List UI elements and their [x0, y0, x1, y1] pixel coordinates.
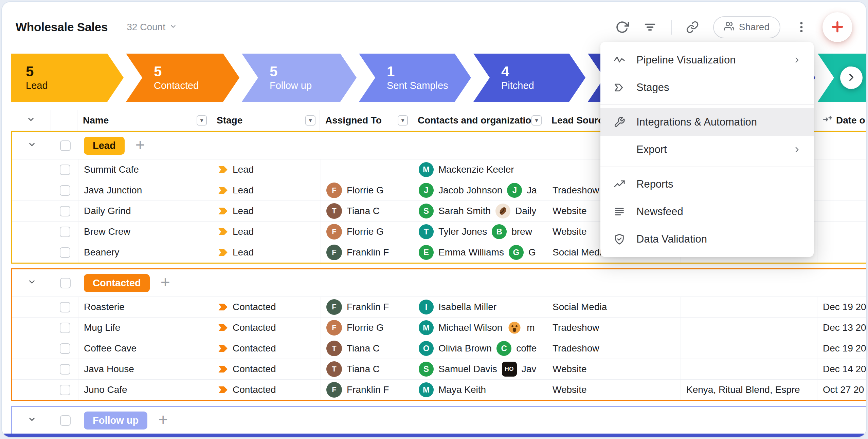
pipeline-stage[interactable]: 4Pitched [473, 54, 585, 102]
cell-stage[interactable]: Lead [212, 180, 321, 201]
more-options-button[interactable] [795, 20, 808, 34]
column-header-stage[interactable]: Stage ▾ [211, 110, 320, 131]
cell-products[interactable] [681, 359, 817, 379]
row-checkbox[interactable] [60, 323, 70, 333]
cell-products[interactable] [681, 318, 817, 338]
cell-lead-source[interactable]: Tradeshow [547, 318, 681, 338]
column-filter-icon[interactable]: ▾ [305, 115, 315, 126]
pipeline-stage[interactable]: 5Lead [11, 54, 124, 102]
cell-contacts[interactable]: IIsabella Miller [413, 297, 547, 317]
cell-date[interactable] [817, 180, 867, 201]
group-badge[interactable]: Follow up [84, 412, 147, 430]
cell-contacts[interactable]: TTyler JonesBbrew [413, 222, 547, 242]
cell-assigned-to[interactable]: FFranklin F [321, 297, 413, 317]
menu-item-reports[interactable]: Reports [600, 170, 814, 198]
menu-item-export[interactable]: Export [600, 136, 814, 163]
row-checkbox[interactable] [60, 247, 70, 258]
cell-name[interactable]: Beanery [78, 242, 212, 263]
cell-assigned-to[interactable] [321, 159, 413, 180]
row-checkbox[interactable] [60, 385, 70, 395]
cell-name[interactable]: Daily Grind [78, 201, 212, 221]
cell-name[interactable]: Mug Life [78, 318, 212, 338]
cell-assigned-to[interactable]: FFlorrie G [321, 318, 413, 338]
cell-date[interactable] [817, 201, 867, 221]
cell-assigned-to[interactable]: FFranklin F [321, 242, 413, 263]
cell-assigned-to[interactable]: TTiana C [321, 338, 413, 359]
table-row[interactable]: Juno CafeContactedFFranklin FMMaya Keith… [12, 379, 867, 400]
cell-products[interactable] [681, 297, 817, 317]
cell-date[interactable]: Dec 19 20 [817, 297, 867, 317]
add-record-button[interactable]: + [161, 274, 170, 290]
cell-stage[interactable]: Contacted [212, 297, 321, 317]
cell-contacts[interactable]: SSamuel DavisHOJav [413, 359, 547, 379]
chevron-down-icon[interactable] [28, 415, 36, 426]
add-record-button[interactable]: + [158, 412, 168, 428]
cell-lead-source[interactable]: Tradeshow [547, 338, 681, 359]
row-checkbox[interactable] [60, 343, 70, 354]
record-count-dropdown[interactable]: 32 Count [127, 22, 177, 33]
shared-button[interactable]: Shared [713, 16, 780, 38]
cell-date[interactable] [817, 222, 867, 242]
column-header-name[interactable]: Name ▾ [77, 110, 211, 131]
cell-lead-source[interactable]: Social Media [547, 297, 681, 317]
menu-item-pipeline-visualization[interactable]: Pipeline Visualization [600, 46, 814, 74]
menu-item-stages[interactable]: Stages [600, 74, 814, 101]
cell-assigned-to[interactable]: TTiana C [321, 359, 413, 379]
link-button[interactable] [686, 21, 699, 34]
cell-stage[interactable]: Contacted [212, 359, 321, 379]
cell-contacts[interactable]: MMaya Keith [413, 380, 547, 400]
pipeline-stage[interactable]: 5Contacted [126, 54, 239, 102]
refresh-button[interactable] [615, 20, 629, 34]
cell-contacts[interactable]: MMackenzie Keeler [413, 159, 547, 180]
pipeline-next-button[interactable] [840, 66, 863, 89]
menu-item-newsfeed[interactable]: Newsfeed [600, 198, 814, 225]
column-header-contacts[interactable]: Contacts and organizatio ▾ [412, 110, 546, 131]
cell-stage[interactable]: Lead [212, 201, 321, 221]
cell-contacts[interactable]: SSarah SmithDaily [413, 201, 547, 221]
cell-assigned-to[interactable]: TTiana C [321, 201, 413, 221]
row-checkbox[interactable] [60, 185, 70, 196]
cell-contacts[interactable]: MMichael Wilsonm [413, 318, 547, 338]
cell-date[interactable]: Dec 14 20 [817, 359, 867, 379]
cell-stage[interactable]: Lead [212, 159, 321, 180]
cell-assigned-to[interactable]: FFlorrie G [321, 222, 413, 242]
cell-contacts[interactable]: JJacob JohnsonJJa [413, 180, 547, 201]
cell-date[interactable]: Dec 13 20 [817, 318, 867, 338]
row-checkbox[interactable] [60, 364, 70, 375]
column-header-date[interactable]: Date o [816, 110, 867, 131]
pipeline-stage[interactable]: 1Sent Samples [359, 54, 471, 102]
menu-item-integrations-automation[interactable]: Integrations & Automation [600, 108, 814, 136]
table-row[interactable]: RoasterieContactedFFranklin FIIsabella M… [12, 297, 867, 317]
cell-name[interactable]: Juno Cafe [78, 380, 212, 400]
group-checkbox[interactable] [60, 278, 71, 288]
cell-products[interactable]: Kenya, Ritual Blend, Espre [681, 380, 817, 400]
cell-name[interactable]: Roasterie [78, 297, 212, 317]
menu-item-data-validation[interactable]: Data Validation [600, 225, 814, 253]
cell-stage[interactable]: Lead [212, 242, 321, 263]
header-expander-cell[interactable] [11, 110, 51, 131]
cell-name[interactable]: Brew Crew [78, 222, 212, 242]
table-row[interactable]: Coffee CaveContactedTTiana COOlivia Brow… [12, 338, 867, 359]
cell-date[interactable] [817, 242, 867, 263]
column-filter-icon[interactable]: ▾ [197, 115, 207, 126]
cell-date[interactable]: Dec 19 20 [817, 338, 867, 359]
cell-stage[interactable]: Lead [212, 222, 321, 242]
cell-stage[interactable]: Contacted [212, 318, 321, 338]
cell-name[interactable]: Java Junction [78, 180, 212, 201]
pipeline-stage[interactable]: 5Follow up [242, 54, 357, 102]
cell-name[interactable]: Coffee Cave [78, 338, 212, 359]
cell-contacts[interactable]: OOlivia BrownCcoffe [413, 338, 547, 359]
group-checkbox[interactable] [60, 415, 71, 426]
table-row[interactable]: Mug LifeContactedFFlorrie GMMichael Wils… [12, 317, 867, 338]
column-filter-icon[interactable]: ▾ [531, 115, 542, 126]
cell-date[interactable] [817, 159, 867, 180]
group-badge[interactable]: Contacted [84, 274, 150, 292]
group-badge[interactable]: Lead [84, 137, 125, 155]
group-checkbox[interactable] [60, 140, 71, 151]
add-record-button[interactable]: + [135, 137, 145, 153]
cell-assigned-to[interactable]: FFlorrie G [321, 180, 413, 201]
chevron-down-icon[interactable] [28, 278, 36, 289]
cell-contacts[interactable]: EEmma WilliamsGG [413, 242, 547, 263]
cell-name[interactable]: Java House [78, 359, 212, 379]
cell-stage[interactable]: Contacted [212, 338, 321, 359]
